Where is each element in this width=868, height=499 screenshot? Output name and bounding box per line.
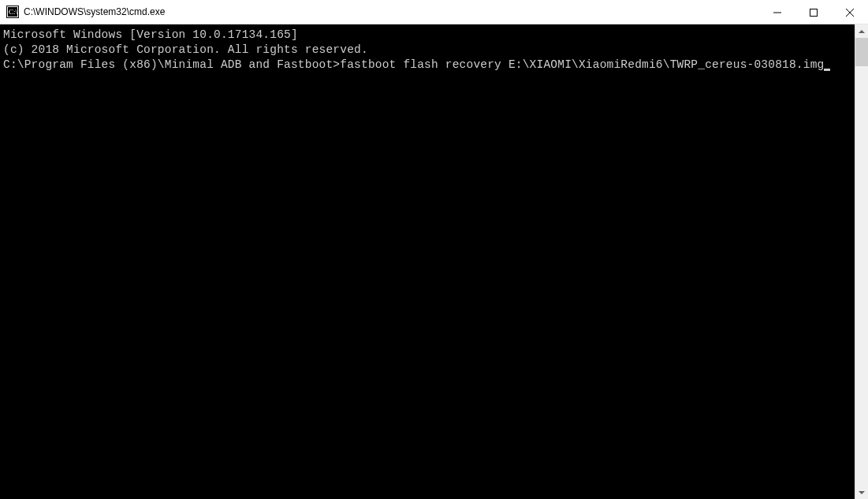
close-button[interactable] [832, 0, 868, 24]
content-wrap: Microsoft Windows [Version 10.0.17134.16… [0, 24, 868, 499]
svg-rect-5 [810, 9, 818, 16]
cmd-icon: C:\ [6, 6, 19, 18]
minimize-button[interactable] [759, 0, 795, 24]
terminal-output[interactable]: Microsoft Windows [Version 10.0.17134.16… [0, 24, 855, 499]
terminal-line: (c) 2018 Microsoft Corporation. All righ… [3, 43, 855, 58]
terminal-prompt-line: C:\Program Files (x86)\Minimal ADB and F… [3, 58, 855, 73]
scrollbar-track[interactable] [855, 38, 868, 486]
svg-marker-8 [859, 30, 865, 33]
scrollbar-thumb[interactable] [855, 38, 868, 66]
maximize-button[interactable] [795, 0, 832, 24]
scroll-down-button[interactable] [855, 486, 868, 499]
vertical-scrollbar[interactable] [855, 24, 868, 499]
titlebar[interactable]: C:\ C:\WINDOWS\system32\cmd.exe [0, 0, 868, 24]
terminal-line: Microsoft Windows [Version 10.0.17134.16… [3, 28, 855, 43]
window-title: C:\WINDOWS\system32\cmd.exe [24, 6, 759, 17]
terminal-command: fastboot flash recovery E:\XIAOMI\Xiaomi… [340, 58, 824, 71]
terminal-prompt: C:\Program Files (x86)\Minimal ADB and F… [3, 58, 340, 71]
svg-marker-9 [859, 491, 865, 494]
window-controls [759, 0, 868, 24]
terminal-cursor [824, 69, 830, 71]
svg-text:C:\: C:\ [9, 8, 18, 16]
scroll-up-button[interactable] [855, 24, 868, 38]
